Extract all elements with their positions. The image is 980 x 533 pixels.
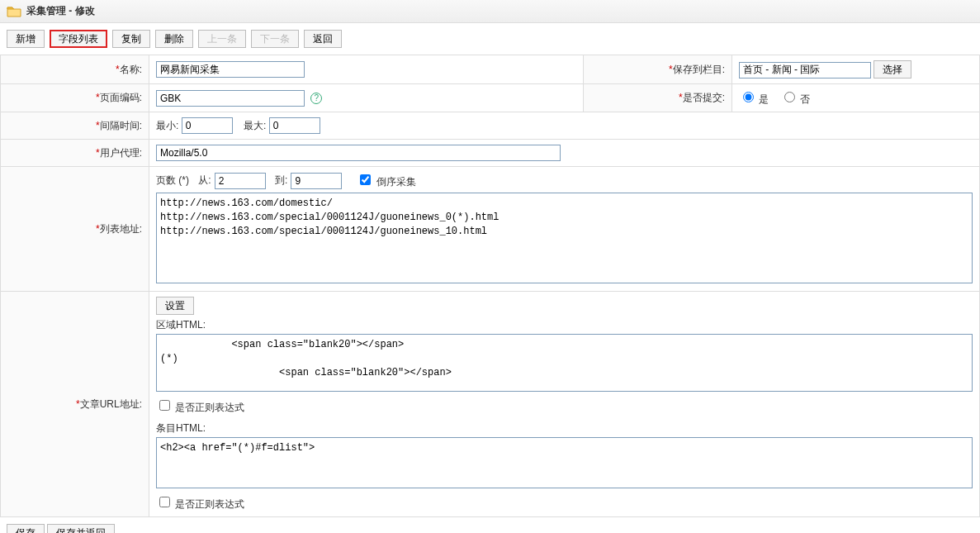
settings-button[interactable]: 设置 — [156, 297, 194, 315]
folder-icon — [7, 5, 21, 18]
list-urls-textarea[interactable]: http://news.163.com/domestic/ http://new… — [156, 193, 973, 283]
reverse-checkbox[interactable] — [360, 174, 371, 185]
label-interval: 间隔时间: — [100, 120, 142, 131]
label-submit: 是否提交: — [683, 92, 725, 103]
prev-button[interactable]: 上一条 — [198, 30, 246, 48]
label-item-html: 条目HTML: — [156, 421, 973, 435]
label-area-html: 区域HTML: — [156, 318, 973, 332]
label-pages: 页数 (*) — [156, 174, 189, 188]
label-name: 名称: — [120, 64, 142, 75]
page-to-input[interactable] — [291, 173, 342, 189]
page-from-input[interactable] — [215, 173, 266, 189]
next-button[interactable]: 下一条 — [251, 30, 299, 48]
save-button[interactable]: 保存 — [7, 524, 45, 533]
toolbar: 新增 字段列表 复制 删除 上一条 下一条 返回 — [0, 23, 980, 55]
interval-min-input[interactable] — [182, 117, 233, 134]
delete-button[interactable]: 删除 — [155, 30, 193, 48]
select-column-button[interactable]: 选择 — [873, 60, 911, 79]
label-min: 最小: — [156, 120, 178, 131]
label-encoding: 页面编码: — [100, 92, 142, 103]
add-button[interactable]: 新增 — [7, 30, 45, 48]
interval-max-input[interactable] — [269, 117, 320, 134]
label-to: 到: — [275, 174, 287, 188]
submit-yes-radio[interactable] — [743, 92, 754, 102]
item-html-textarea[interactable]: <h2><a href="(*)#f=dlist"> — [156, 437, 973, 488]
page-title: 采集管理 - 修改 — [26, 4, 95, 18]
submit-no-radio[interactable] — [784, 92, 795, 102]
label-ua: 用户代理: — [100, 147, 142, 159]
save-return-button[interactable]: 保存并返回 — [47, 524, 115, 533]
user-agent-input[interactable] — [156, 145, 561, 161]
field-list-button[interactable]: 字段列表 — [50, 30, 107, 48]
name-input[interactable] — [156, 61, 305, 78]
label-save-column: 保存到栏目: — [673, 64, 725, 75]
column-input[interactable] — [739, 62, 871, 79]
encoding-input[interactable] — [156, 90, 305, 107]
label-from: 从: — [198, 174, 211, 188]
area-html-textarea[interactable]: <span class="blank20"></span> (*) <span … — [156, 334, 973, 392]
copy-button[interactable]: 复制 — [112, 30, 150, 48]
help-icon[interactable]: ? — [310, 93, 322, 104]
label-article-url: 文章URL地址: — [80, 398, 142, 410]
item-regex-checkbox[interactable] — [159, 497, 170, 507]
label-max: 最大: — [244, 120, 266, 131]
back-button[interactable]: 返回 — [304, 30, 342, 48]
area-regex-checkbox[interactable] — [159, 400, 170, 411]
label-list-url: 列表地址: — [100, 223, 142, 235]
